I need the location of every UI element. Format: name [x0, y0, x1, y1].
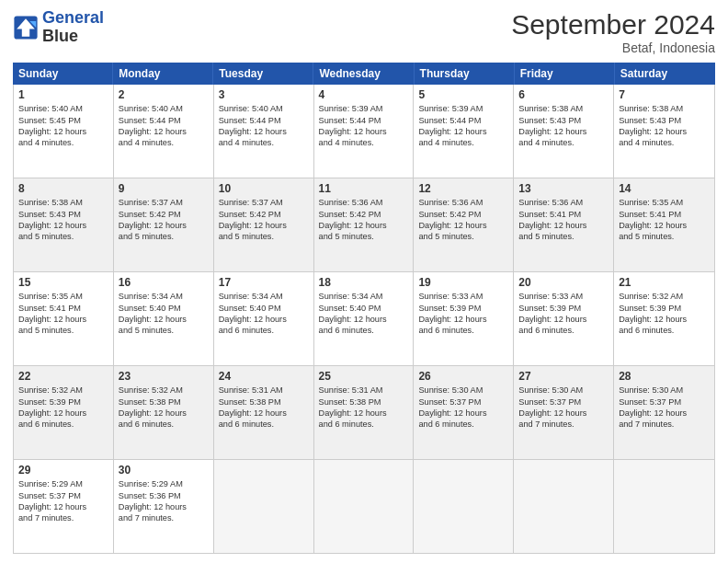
- day-info: Sunset: 5:42 PM: [119, 209, 209, 220]
- day-info: Sunrise: 5:38 AM: [18, 197, 108, 208]
- day-info: and 6 minutes.: [619, 325, 710, 336]
- day-number: 10: [219, 181, 309, 196]
- calendar-cell: 28Sunrise: 5:30 AMSunset: 5:37 PMDayligh…: [614, 366, 714, 459]
- day-number: 5: [418, 87, 508, 102]
- day-number: 17: [219, 275, 309, 290]
- day-info: Sunset: 5:38 PM: [319, 396, 409, 408]
- calendar-cell: 23Sunrise: 5:32 AMSunset: 5:38 PMDayligh…: [114, 366, 214, 459]
- day-info: Sunrise: 5:32 AM: [119, 385, 209, 396]
- calendar-row: 8Sunrise: 5:38 AMSunset: 5:43 PMDaylight…: [14, 178, 714, 272]
- day-info: Sunrise: 5:40 AM: [219, 103, 309, 114]
- day-info: Sunrise: 5:30 AM: [619, 385, 710, 396]
- day-info: Sunset: 5:38 PM: [119, 396, 209, 408]
- calendar-header-cell: Thursday: [415, 63, 515, 85]
- day-number: 11: [319, 181, 409, 196]
- day-info: Daylight: 12 hours: [219, 314, 309, 325]
- day-info: Sunset: 5:40 PM: [319, 303, 409, 314]
- day-info: and 5 minutes.: [119, 231, 209, 242]
- day-info: Daylight: 12 hours: [518, 314, 609, 325]
- calendar-header-cell: Monday: [113, 63, 213, 85]
- day-number: 16: [119, 275, 209, 290]
- calendar-cell: 22Sunrise: 5:32 AMSunset: 5:39 PMDayligh…: [14, 366, 114, 459]
- logo-icon: [13, 15, 39, 40]
- calendar-cell: 17Sunrise: 5:34 AMSunset: 5:40 PMDayligh…: [214, 272, 314, 365]
- logo-text: General Blue: [42, 9, 104, 46]
- day-number: 18: [319, 275, 409, 290]
- calendar-cell: [414, 460, 514, 553]
- day-info: Sunrise: 5:38 AM: [619, 103, 710, 114]
- calendar-cell: 11Sunrise: 5:36 AMSunset: 5:42 PMDayligh…: [314, 178, 415, 271]
- day-info: and 5 minutes.: [219, 231, 309, 242]
- calendar-cell: 8Sunrise: 5:38 AMSunset: 5:43 PMDaylight…: [14, 178, 114, 271]
- calendar-row: 22Sunrise: 5:32 AMSunset: 5:39 PMDayligh…: [14, 366, 714, 460]
- day-number: 24: [219, 369, 309, 384]
- day-info: Daylight: 12 hours: [319, 408, 409, 419]
- day-number: 7: [619, 87, 710, 102]
- day-info: Sunrise: 5:31 AM: [219, 385, 309, 396]
- calendar-cell: 1Sunrise: 5:40 AMSunset: 5:45 PMDaylight…: [14, 85, 114, 178]
- day-info: Sunset: 5:41 PM: [518, 209, 609, 220]
- day-info: Sunset: 5:40 PM: [119, 303, 209, 314]
- day-info: Sunrise: 5:37 AM: [119, 197, 209, 208]
- day-info: and 7 minutes.: [619, 419, 710, 430]
- day-number: 4: [319, 87, 409, 102]
- page: General Blue September 2024 Betaf, Indon…: [0, 0, 728, 563]
- day-info: Daylight: 12 hours: [619, 126, 710, 137]
- day-info: and 6 minutes.: [418, 419, 508, 430]
- day-info: Daylight: 12 hours: [518, 220, 609, 231]
- calendar-cell: 12Sunrise: 5:36 AMSunset: 5:42 PMDayligh…: [414, 178, 514, 271]
- day-info: Sunset: 5:39 PM: [18, 396, 108, 408]
- day-info: and 5 minutes.: [619, 231, 710, 242]
- day-info: Sunset: 5:45 PM: [18, 115, 108, 126]
- day-number: 22: [18, 369, 108, 384]
- calendar-cell: 14Sunrise: 5:35 AMSunset: 5:41 PMDayligh…: [614, 178, 714, 271]
- day-info: Daylight: 12 hours: [319, 220, 409, 231]
- day-info: Sunset: 5:43 PM: [18, 209, 108, 220]
- day-info: and 5 minutes.: [418, 231, 508, 242]
- day-info: and 5 minutes.: [518, 231, 609, 242]
- calendar-cell: 21Sunrise: 5:32 AMSunset: 5:39 PMDayligh…: [614, 272, 714, 365]
- day-number: 1: [18, 87, 108, 102]
- day-info: and 4 minutes.: [319, 137, 409, 148]
- day-info: Daylight: 12 hours: [18, 501, 108, 512]
- day-info: and 7 minutes.: [518, 419, 609, 430]
- day-info: Sunrise: 5:30 AM: [518, 385, 609, 396]
- calendar-cell: 4Sunrise: 5:39 AMSunset: 5:44 PMDaylight…: [314, 85, 415, 178]
- day-info: Sunset: 5:44 PM: [119, 115, 209, 126]
- day-info: Sunrise: 5:35 AM: [619, 197, 710, 208]
- day-info: and 4 minutes.: [518, 137, 609, 148]
- day-info: Sunset: 5:42 PM: [418, 209, 508, 220]
- day-info: and 4 minutes.: [619, 137, 710, 148]
- day-number: 21: [619, 275, 710, 290]
- day-info: Sunrise: 5:34 AM: [219, 291, 309, 302]
- day-info: and 4 minutes.: [219, 137, 309, 148]
- day-info: Sunset: 5:43 PM: [518, 115, 609, 126]
- day-info: Daylight: 12 hours: [418, 314, 508, 325]
- day-number: 2: [119, 87, 209, 102]
- calendar-cell: 26Sunrise: 5:30 AMSunset: 5:37 PMDayligh…: [414, 366, 514, 459]
- calendar-cell: 25Sunrise: 5:31 AMSunset: 5:38 PMDayligh…: [314, 366, 415, 459]
- calendar-cell: 20Sunrise: 5:33 AMSunset: 5:39 PMDayligh…: [514, 272, 614, 365]
- calendar-cell: [314, 460, 415, 553]
- day-number: 13: [518, 181, 609, 196]
- day-info: Sunrise: 5:29 AM: [119, 478, 209, 489]
- calendar-cell: 3Sunrise: 5:40 AMSunset: 5:44 PMDaylight…: [214, 85, 314, 178]
- calendar-cell: 7Sunrise: 5:38 AMSunset: 5:43 PMDaylight…: [614, 85, 714, 178]
- day-info: Sunset: 5:38 PM: [219, 396, 309, 408]
- day-info: and 4 minutes.: [18, 137, 108, 148]
- day-info: Sunset: 5:39 PM: [518, 303, 609, 314]
- day-info: Sunset: 5:41 PM: [619, 209, 710, 220]
- day-info: Daylight: 12 hours: [619, 220, 710, 231]
- day-info: Sunset: 5:42 PM: [219, 209, 309, 220]
- day-number: 28: [619, 369, 710, 384]
- day-info: and 5 minutes.: [18, 325, 108, 336]
- day-number: 15: [18, 275, 108, 290]
- day-info: Daylight: 12 hours: [119, 220, 209, 231]
- calendar-cell: 5Sunrise: 5:39 AMSunset: 5:44 PMDaylight…: [414, 85, 514, 178]
- day-number: 23: [119, 369, 209, 384]
- day-info: and 6 minutes.: [219, 325, 309, 336]
- day-info: Sunset: 5:37 PM: [518, 396, 609, 408]
- header: General Blue September 2024 Betaf, Indon…: [13, 9, 715, 55]
- calendar-cell: 13Sunrise: 5:36 AMSunset: 5:41 PMDayligh…: [514, 178, 614, 271]
- day-info: Daylight: 12 hours: [18, 314, 108, 325]
